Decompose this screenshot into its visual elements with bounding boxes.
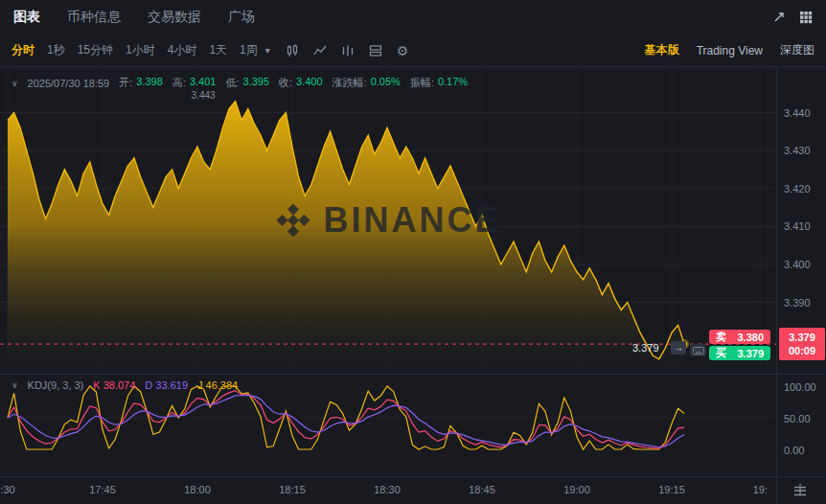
bars-icon[interactable] xyxy=(341,44,355,57)
close-value: 3.400 xyxy=(296,76,323,90)
kdj-tick-label: 50.00 xyxy=(784,412,811,425)
kdj-tick-label: 0.00 xyxy=(784,444,804,457)
open-label: 开: xyxy=(119,76,132,90)
collapse-caret-icon[interactable]: ∨ xyxy=(11,79,18,88)
candlestick-style-icon[interactable] xyxy=(286,44,299,57)
d-label: D xyxy=(145,379,152,391)
last-price: 3.379 xyxy=(779,331,825,344)
interval-1s[interactable]: 1秒 xyxy=(47,42,65,58)
close-label: 收: xyxy=(279,76,292,90)
time-label: 18:30 xyxy=(374,484,401,495)
view-tab-basic[interactable]: 基本版 xyxy=(645,42,679,58)
price-area-chart[interactable] xyxy=(0,67,776,374)
change-value: 0.05% xyxy=(371,76,401,90)
price-tick-label: 3.420 xyxy=(784,182,811,195)
sell-price-flag: 卖 3.380 xyxy=(709,330,770,344)
nav-tab-chart[interactable]: 图表 xyxy=(13,9,40,26)
line-chart-icon[interactable] xyxy=(313,44,327,57)
price-tick-label: 3.390 xyxy=(784,296,811,309)
buy-label: 买 xyxy=(716,346,726,360)
time-label: 19:00 xyxy=(563,484,590,495)
time-label: 18:15 xyxy=(279,484,306,495)
trading-chart-app: 图表币种信息交易数据广场 分时1秒15分钟1小时4小时1天1周 ▾ xyxy=(0,0,826,504)
countdown: 00:09 xyxy=(779,344,825,357)
last-price-axis-box: 3.379 00:09 xyxy=(779,328,825,360)
current-price-annotation: 3.379 xyxy=(632,342,659,354)
ohlc-datetime: 2025/07/30 18:59 xyxy=(28,78,110,89)
high-value: 3.401 xyxy=(190,76,217,90)
price-tick-label: 3.410 xyxy=(784,219,811,233)
price-area xyxy=(8,102,684,374)
amplitude-value: 0.17% xyxy=(438,76,468,90)
peak-price-annotation: 3.443 xyxy=(192,90,216,101)
low-value: 3.395 xyxy=(242,76,269,90)
kdj-indicator-pane[interactable]: ∨ KDJ(9, 3, 3) K 38.074 D 33.619 J 46.38… xyxy=(0,374,776,476)
sell-label: 卖 xyxy=(716,330,726,344)
interval-1h[interactable]: 1小时 xyxy=(126,42,155,58)
scroll-to-latest-icon[interactable] xyxy=(792,483,808,498)
apps-grid-icon[interactable] xyxy=(799,11,813,24)
time-axis[interactable]: :3017:4518:0018:1518:3018:4519:0019:1519… xyxy=(0,476,776,504)
kdj-tick-label: 100.00 xyxy=(784,380,816,394)
settings-gear-icon[interactable]: ⚙ xyxy=(397,43,409,58)
k-label: K xyxy=(93,379,100,391)
time-label: 18:00 xyxy=(184,484,211,495)
interval-4h[interactable]: 4小时 xyxy=(168,42,197,58)
kdj-collapse-caret-icon[interactable]: ∨ xyxy=(11,380,18,390)
interval-1d[interactable]: 1天 xyxy=(209,42,227,58)
price-tick-label: 3.430 xyxy=(784,144,811,157)
chart-tools: ⚙ xyxy=(286,43,409,58)
view-tab-depth[interactable]: 深度图 xyxy=(780,42,815,58)
top-nav: 图表币种信息交易数据广场 xyxy=(0,0,826,34)
panel-layout-icon[interactable] xyxy=(369,44,382,57)
time-label: 17:45 xyxy=(89,484,116,495)
keyboard-icon[interactable] xyxy=(690,344,706,356)
nav-tab-square[interactable]: 广场 xyxy=(228,9,255,26)
price-tick-label: 3.440 xyxy=(784,106,811,120)
change-label: 涨跌幅: xyxy=(333,76,367,90)
view-tab-tradingview[interactable]: Trading View xyxy=(697,44,763,57)
k-value: 38.074 xyxy=(103,379,136,391)
nav-icons xyxy=(772,11,813,24)
price-chart-pane[interactable]: BINANCE ∨ 2025/07/30 18:59 开:3.398 高:3.4… xyxy=(0,67,776,374)
low-label: 低: xyxy=(225,76,239,90)
j-label: J xyxy=(197,379,203,391)
interval-selector: 分时1秒15分钟1小时4小时1天1周 xyxy=(11,42,258,58)
chart-toolbar: 分时1秒15分钟1小时4小时1天1周 ▾ ⚙ 基 xyxy=(0,34,826,67)
open-value: 3.398 xyxy=(136,76,163,90)
sell-price: 3.380 xyxy=(737,332,764,343)
price-tick-label: 3.400 xyxy=(784,258,811,271)
price-arrow-icon[interactable]: → xyxy=(671,341,686,355)
interval-15m[interactable]: 15分钟 xyxy=(78,42,113,58)
interval-1w[interactable]: 1周 xyxy=(240,42,258,58)
kdj-title: KDJ(9, 3, 3) xyxy=(28,379,84,391)
nav-tab-coin-info[interactable]: 币种信息 xyxy=(67,9,121,26)
nav-tabs: 图表币种信息交易数据广场 xyxy=(13,9,255,26)
interval-time[interactable]: 分时 xyxy=(11,42,34,58)
kdj-k-line xyxy=(8,391,684,449)
j-value: 46.384 xyxy=(206,379,239,391)
kdj-header: ∨ KDJ(9, 3, 3) K 38.074 D 33.619 J 46.38… xyxy=(11,379,238,391)
price-axis-column[interactable]: 3.379 00:09 3.4403.4303.4203.4103.4003.3… xyxy=(776,67,826,504)
time-label: 19: xyxy=(753,484,768,495)
ohlc-bar: ∨ 2025/07/30 18:59 开:3.398 高:3.401 低:3.3… xyxy=(11,76,468,90)
d-value: 33.619 xyxy=(155,379,188,391)
time-label: 19:15 xyxy=(658,484,685,495)
expand-icon[interactable] xyxy=(772,11,786,24)
time-label: 18:45 xyxy=(469,484,495,495)
nav-tab-trading-data[interactable]: 交易数据 xyxy=(148,9,201,26)
high-label: 高: xyxy=(172,76,186,90)
interval-dropdown-caret[interactable]: ▾ xyxy=(265,45,270,56)
amplitude-label: 振幅: xyxy=(410,76,434,90)
time-label: :30 xyxy=(0,484,14,495)
buy-price: 3.379 xyxy=(737,348,764,359)
view-mode-tabs: 基本版Trading View深度图 xyxy=(645,42,815,58)
buy-price-flag: 买 3.379 xyxy=(709,346,770,360)
